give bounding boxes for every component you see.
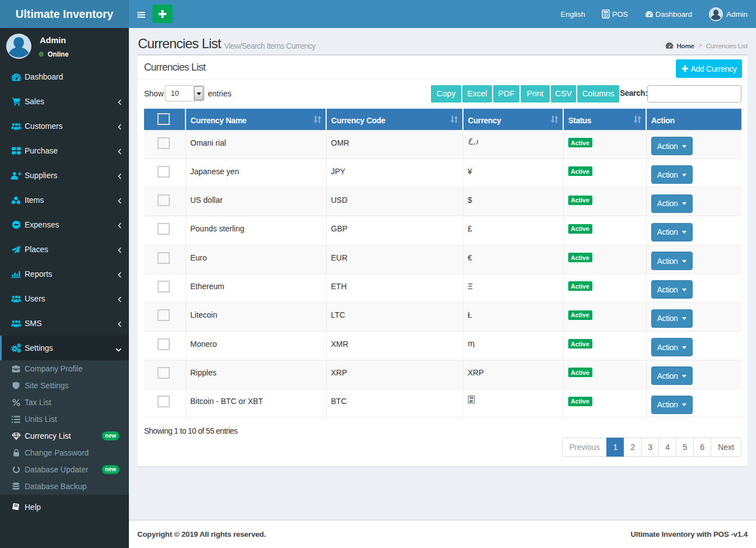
- svg-text:m: m: [468, 340, 475, 348]
- svg-text:BF: BF: [469, 400, 473, 403]
